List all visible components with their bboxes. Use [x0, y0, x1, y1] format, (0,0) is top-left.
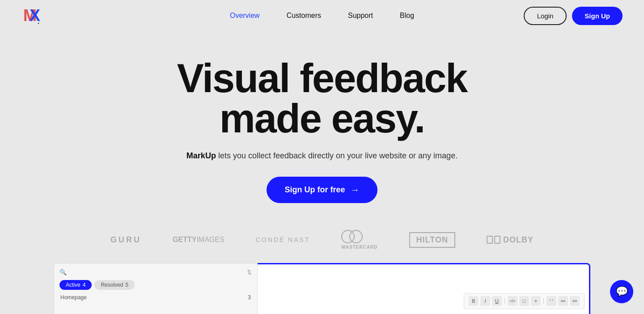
preview-sidebar: 🔍 ⇅ Active 4 Resolved 5 Homepage 3 [54, 263, 258, 314]
preview-tabs: Active 4 Resolved 5 [59, 280, 252, 290]
logos-row: GURU gettyimages CONDÉ NAST MasterCard H… [0, 216, 644, 259]
toolbar-list3[interactable]: ≡≡ [570, 296, 580, 306]
logo-dolby: DOLBY [487, 235, 534, 245]
signup-button[interactable]: Sign Up [572, 7, 623, 25]
toolbar-list1[interactable]: ≡ [531, 296, 541, 306]
toolbar-code[interactable]: </> [508, 296, 517, 306]
svg-text:.: . [38, 18, 39, 25]
preview-homepage-row: Homepage 3 [59, 294, 252, 301]
toolbar-quote[interactable]: " " [547, 296, 556, 306]
toolbar-block[interactable]: □ [519, 296, 529, 306]
logo-guru: GURU [110, 235, 141, 245]
cta-button[interactable]: Sign Up for free → [267, 177, 377, 203]
nav-customers[interactable]: Customers [287, 12, 321, 20]
cta-arrow-icon: → [351, 185, 360, 195]
preview-tab-active[interactable]: Active 4 [59, 280, 92, 290]
navbar: M X . Overview Customers Support Blog Lo… [0, 0, 644, 31]
nav-actions: Login Sign Up [524, 7, 623, 25]
chat-widget[interactable]: 💬 [610, 280, 633, 303]
toolbar-underline[interactable]: U [492, 296, 502, 306]
logo-gettyimages: gettyimages [173, 236, 225, 244]
nav-blog[interactable]: Blog [400, 12, 414, 20]
hero-section: Visual feedback made easy. MarkUp lets y… [0, 31, 644, 216]
logo-mastercard: MasterCard [341, 230, 377, 250]
logo-hilton: Hilton [409, 232, 455, 248]
hero-title: Visual feedback made easy. [148, 58, 496, 139]
chat-icon: 💬 [616, 286, 628, 297]
hero-subtitle: MarkUp lets you collect feedback directl… [9, 151, 635, 161]
login-button[interactable]: Login [524, 7, 567, 25]
app-preview: 🔍 ⇅ Active 4 Resolved 5 Homepage 3 B I U… [54, 263, 590, 314]
preview-sort-icon: ⇅ [247, 269, 252, 276]
editor-toolbar: B I U </> □ ≡ " " ≡≡ ≡≡ [464, 293, 585, 309]
nav-support[interactable]: Support [348, 12, 373, 20]
nav-overview[interactable]: Overview [230, 12, 260, 20]
logo[interactable]: M X . [21, 5, 43, 26]
preview-tab-resolved[interactable]: Resolved 5 [94, 280, 135, 290]
nav-links: Overview Customers Support Blog [230, 12, 414, 20]
logo-condenast: CONDÉ NAST [256, 236, 310, 243]
preview-editor: B I U </> □ ≡ " " ≡≡ ≡≡ [258, 263, 590, 314]
toolbar-italic[interactable]: I [480, 296, 490, 306]
toolbar-list2[interactable]: ≡≡ [558, 296, 568, 306]
preview-search-icon: 🔍 [59, 269, 67, 276]
toolbar-bold[interactable]: B [469, 296, 479, 306]
